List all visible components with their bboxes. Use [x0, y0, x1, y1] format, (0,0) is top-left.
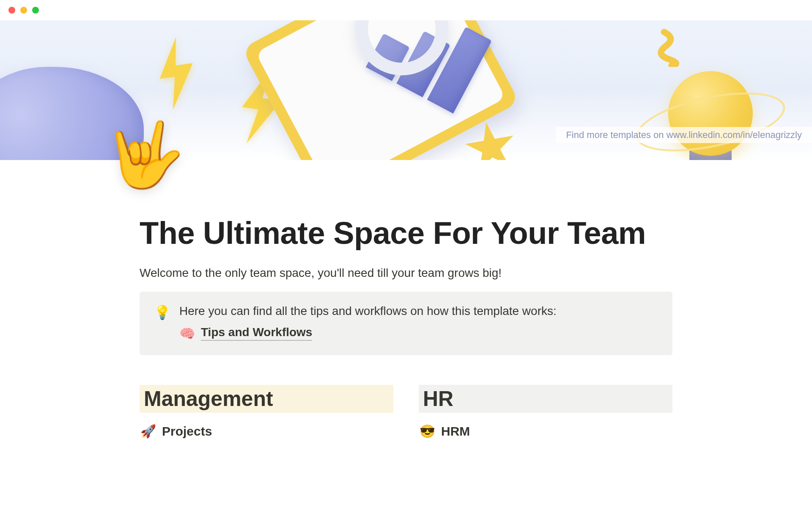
page-link-hrm[interactable]: 😎 HRM	[419, 421, 672, 441]
page-icon[interactable]: 🤟	[106, 123, 185, 186]
banner-attribution: Find more templates on www.linkedin.com/…	[556, 127, 812, 143]
window-controls	[0, 0, 812, 20]
sunglasses-icon: 😎	[420, 424, 435, 439]
callout-link[interactable]: 🧠 Tips and Workflows	[179, 326, 658, 341]
page-subtitle[interactable]: Welcome to the only team space, you'll n…	[140, 266, 672, 280]
section-heading-hr[interactable]: HR	[419, 385, 672, 413]
close-window-button[interactable]	[8, 7, 15, 14]
callout-block[interactable]: 💡 Here you can find all the tips and wor…	[140, 292, 672, 355]
callout-text: Here you can find all the tips and workf…	[179, 304, 658, 318]
page-link-label: Projects	[162, 424, 212, 439]
maximize-window-button[interactable]	[32, 7, 39, 14]
management-section: Management 🚀 Projects	[140, 385, 393, 441]
rocket-icon: 🚀	[140, 424, 156, 439]
brain-icon: 🧠	[179, 326, 195, 341]
callout-link-label: Tips and Workflows	[201, 326, 312, 341]
lightning-bolt-icon	[143, 32, 208, 115]
section-heading-management[interactable]: Management	[140, 385, 393, 413]
page-title[interactable]: The Ultimate Space For Your Team	[140, 215, 672, 251]
page-link-label: HRM	[441, 424, 470, 439]
lightbulb-illustration	[643, 58, 778, 160]
page-content: The Ultimate Space For Your Team Welcome…	[123, 160, 689, 441]
minimize-window-button[interactable]	[20, 7, 27, 14]
hr-section: HR 😎 HRM	[419, 385, 672, 441]
lightbulb-icon: 💡	[154, 304, 171, 320]
page-link-projects[interactable]: 🚀 Projects	[140, 421, 393, 441]
